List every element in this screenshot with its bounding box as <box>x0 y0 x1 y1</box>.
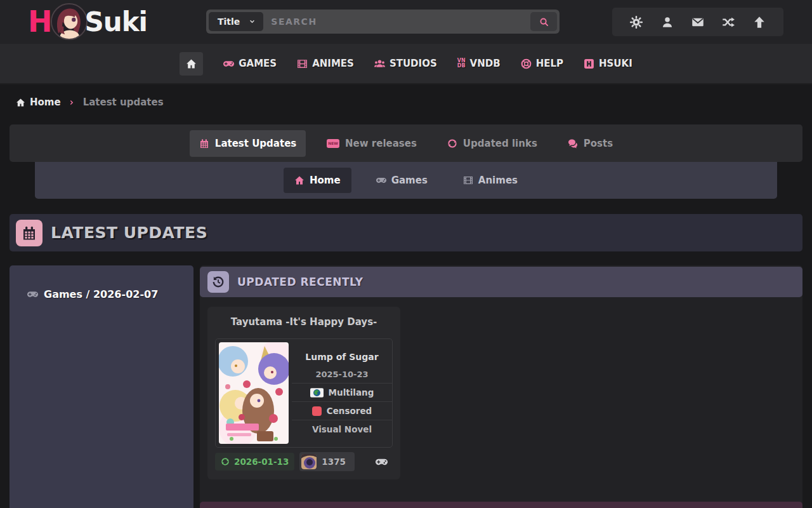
sidebar-group-label: Games / 2026-02-07 <box>44 288 158 300</box>
nav-item-help[interactable]: HELP <box>521 58 563 69</box>
subtab-home[interactable]: Home <box>284 168 351 193</box>
tab-posts[interactable]: Posts <box>558 130 622 157</box>
globe-flag-icon <box>310 388 324 398</box>
user-icon[interactable] <box>661 16 674 29</box>
nav-label: HELP <box>536 58 563 69</box>
subtab-label: Animes <box>478 175 518 186</box>
chevron-down-icon <box>249 18 256 25</box>
next-section-header-edge <box>200 502 802 508</box>
breadcrumb: Home Latest updates <box>16 97 164 108</box>
game-title-link[interactable]: Tayutama -It's Happy Days- <box>207 307 400 328</box>
sync-icon <box>221 457 230 466</box>
search-button[interactable] <box>530 12 557 31</box>
top-header: H Suki Title <box>0 0 812 44</box>
update-date-badge: 2026-01-13 <box>215 453 294 471</box>
new-badge-icon: NEW <box>327 139 339 148</box>
comments-icon <box>568 138 578 149</box>
tab-updated-links[interactable]: Updated links <box>438 130 547 157</box>
scope-tab-bar: Home Games Animes <box>35 162 777 199</box>
home-icon <box>294 175 304 185</box>
language-label: Multilang <box>329 387 374 398</box>
calendar-icon <box>199 138 209 149</box>
scroll-top-arrow-icon[interactable] <box>753 16 766 29</box>
nav-label: VNDB <box>470 58 501 69</box>
subtab-label: Games <box>391 175 428 186</box>
tab-label: New releases <box>345 138 417 149</box>
random-shuffle-icon[interactable] <box>722 16 735 29</box>
section-title: UPDATED RECENTLY <box>237 276 363 288</box>
nav-label: GAMES <box>239 58 277 69</box>
gamepad-icon <box>223 58 234 69</box>
uploader-avatar <box>301 454 317 469</box>
censorship-row: Censored <box>292 401 392 420</box>
page-title: LATEST UPDATES <box>51 224 207 242</box>
updated-recently-header: UPDATED RECENTLY <box>200 267 802 297</box>
logo-text-suki: Suki <box>85 6 147 37</box>
site-logo[interactable]: H Suki <box>28 2 147 41</box>
tab-label: Latest Updates <box>215 138 296 149</box>
subtab-label: Home <box>310 175 341 186</box>
search-icon <box>539 17 549 27</box>
breadcrumb-home-link[interactable]: Home <box>16 97 61 108</box>
game-type: Visual Novel <box>292 420 392 438</box>
settings-gear-icon[interactable] <box>630 16 643 29</box>
date-sidebar: Games / 2026-02-07 <box>10 265 193 508</box>
sync-icon <box>447 138 457 149</box>
nav-label: ANIMES <box>312 58 354 69</box>
update-date: 2026-01-13 <box>234 457 289 467</box>
tab-new-releases[interactable]: NEW New releases <box>317 130 426 157</box>
game-meta: Lump of Sugar 2025-10-23 Multilang Censo… <box>292 339 392 447</box>
calendar-icon <box>22 225 37 241</box>
gamepad-icon <box>376 175 386 185</box>
vndb-icon: VN DB <box>457 58 466 69</box>
main-panel: UPDATED RECENTLY Tayutama -It's Happy Da… <box>200 265 802 508</box>
search-filter-label: Title <box>218 17 240 27</box>
film-icon <box>297 58 308 69</box>
gamepad-icon[interactable] <box>376 456 388 468</box>
game-card: Tayutama -It's Happy Days- <box>207 307 400 479</box>
life-ring-icon <box>521 58 532 69</box>
search-filter-select[interactable]: Title <box>209 12 263 31</box>
breadcrumb-home-label: Home <box>30 97 61 108</box>
views-badge: 1375 <box>299 452 355 471</box>
nav-label: HSUKI <box>599 58 632 69</box>
censored-icon <box>312 406 322 416</box>
subtab-games[interactable]: Games <box>365 168 438 193</box>
game-info-box: Lump of Sugar 2025-10-23 Multilang Censo… <box>215 338 393 448</box>
mail-envelope-icon[interactable] <box>691 16 704 29</box>
game-cover-image[interactable] <box>219 342 289 444</box>
history-badge <box>207 271 229 293</box>
studio-name: Lump of Sugar <box>292 348 392 366</box>
release-date: 2025-10-23 <box>292 366 392 383</box>
nav-item-studios[interactable]: STUDIOS <box>374 58 437 69</box>
nav-home-button[interactable] <box>180 52 203 76</box>
nav-item-hsuki[interactable]: HSUKI <box>584 58 632 69</box>
subtab-animes[interactable]: Animes <box>452 168 528 193</box>
sidebar-group-header: Games / 2026-02-07 <box>27 288 193 300</box>
search-bar: Title <box>206 10 560 34</box>
calendar-badge <box>16 220 43 246</box>
chevron-right-icon <box>69 99 75 106</box>
tab-label: Posts <box>584 138 613 149</box>
breadcrumb-current: Latest updates <box>83 97 164 108</box>
header-toolbar <box>612 8 783 36</box>
home-icon <box>186 58 197 69</box>
censorship-label: Censored <box>327 406 372 416</box>
users-icon <box>374 58 385 69</box>
tab-label: Updated links <box>463 138 537 149</box>
search-input[interactable] <box>263 12 530 31</box>
updates-tab-bar: Latest Updates NEW New releases Updated … <box>10 124 802 162</box>
home-icon <box>16 98 25 107</box>
page-title-bar: LATEST UPDATES <box>10 214 802 251</box>
history-icon <box>212 276 225 288</box>
language-row: Multilang <box>292 383 392 401</box>
nav-item-animes[interactable]: ANIMES <box>297 58 354 69</box>
nav-item-games[interactable]: GAMES <box>223 58 277 69</box>
tab-latest-updates[interactable]: Latest Updates <box>190 130 306 157</box>
gamepad-icon <box>27 289 38 300</box>
logo-avatar <box>51 3 88 40</box>
nav-label: STUDIOS <box>390 58 437 69</box>
card-footer: 2026-01-13 1375 <box>215 452 393 471</box>
nav-item-vndb[interactable]: VN DB VNDB <box>457 58 501 69</box>
h-square-icon <box>584 58 594 69</box>
